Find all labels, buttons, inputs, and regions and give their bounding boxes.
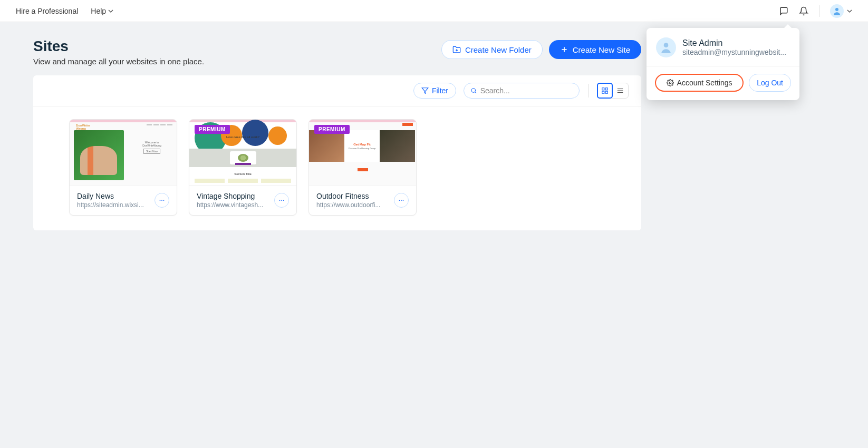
list-view-button[interactable] bbox=[612, 83, 628, 98]
svg-point-25 bbox=[403, 200, 404, 201]
more-icon bbox=[159, 197, 165, 203]
svg-rect-10 bbox=[602, 88, 604, 90]
folder-plus-icon bbox=[452, 45, 461, 54]
divider bbox=[588, 84, 589, 98]
svg-point-24 bbox=[401, 200, 402, 201]
page-title: Sites bbox=[33, 38, 204, 55]
premium-badge: PREMIUM bbox=[195, 125, 230, 134]
help-label: Help bbox=[91, 7, 106, 15]
view-toggle bbox=[597, 83, 629, 99]
divider bbox=[647, 66, 799, 66]
site-url: https://siteadmin.wixsi... bbox=[77, 201, 151, 209]
account-menu-button[interactable] bbox=[830, 4, 852, 18]
site-url: https://www.outdoorfi... bbox=[316, 201, 391, 209]
site-thumbnail: PREMIUM Get Map Fit Discover Our Running… bbox=[309, 120, 416, 186]
svg-point-22 bbox=[283, 200, 284, 201]
account-email: siteadmin@mystunningwebsit... bbox=[682, 48, 786, 56]
search-input-wrapper[interactable] bbox=[464, 83, 580, 99]
svg-point-19 bbox=[163, 200, 165, 201]
more-icon bbox=[278, 197, 285, 203]
account-name: Site Admin bbox=[682, 38, 786, 48]
search-input[interactable] bbox=[480, 86, 573, 95]
chevron-down-icon bbox=[847, 8, 852, 14]
site-thumbnail: DonWrite Wrong Welcome to DonWriteWrong … bbox=[70, 120, 177, 186]
site-actions-button[interactable] bbox=[394, 193, 409, 208]
grid-icon bbox=[601, 87, 609, 94]
chat-icon[interactable] bbox=[779, 6, 788, 16]
svg-point-8 bbox=[471, 89, 475, 92]
svg-point-1 bbox=[664, 43, 669, 47]
account-dropdown: Site Admin siteadmin@mystunningwebsit...… bbox=[647, 28, 799, 100]
svg-point-2 bbox=[669, 82, 671, 84]
plus-icon bbox=[560, 45, 568, 54]
filter-button[interactable]: Filter bbox=[413, 83, 456, 99]
site-title: Daily News bbox=[77, 192, 151, 200]
filter-icon bbox=[421, 87, 429, 94]
create-site-label: Create New Site bbox=[573, 45, 630, 54]
site-card[interactable]: PREMIUM Get Map Fit Discover Our Running… bbox=[308, 119, 417, 216]
grid-view-button[interactable] bbox=[597, 83, 613, 99]
logout-button[interactable]: Log Out bbox=[749, 74, 791, 92]
svg-point-0 bbox=[835, 8, 838, 11]
create-site-button[interactable]: Create New Site bbox=[549, 40, 641, 59]
account-settings-label: Account Settings bbox=[677, 79, 732, 87]
svg-point-23 bbox=[399, 200, 400, 201]
site-card[interactable]: PREMIUM How does this all work? Section … bbox=[189, 119, 297, 216]
svg-point-18 bbox=[161, 200, 162, 201]
site-url: https://www.vintagesh... bbox=[197, 201, 271, 209]
bell-icon[interactable] bbox=[799, 6, 808, 16]
list-icon bbox=[616, 87, 624, 94]
hire-professional-link[interactable]: Hire a Professional bbox=[16, 7, 78, 15]
help-menu[interactable]: Help bbox=[91, 7, 113, 15]
avatar-icon bbox=[656, 37, 676, 57]
topbar: Hire a Professional Help bbox=[0, 0, 868, 22]
svg-line-9 bbox=[475, 92, 476, 93]
gear-icon bbox=[667, 79, 674, 86]
chevron-down-icon bbox=[108, 8, 113, 14]
create-folder-label: Create New Folder bbox=[465, 45, 532, 54]
search-icon bbox=[470, 87, 477, 94]
avatar-icon bbox=[830, 4, 844, 18]
svg-rect-11 bbox=[605, 88, 607, 90]
svg-point-20 bbox=[279, 200, 281, 201]
site-actions-button[interactable] bbox=[274, 193, 289, 208]
svg-point-21 bbox=[281, 200, 282, 201]
filter-label: Filter bbox=[432, 86, 448, 95]
site-title: Vintage Shopping bbox=[197, 192, 271, 200]
svg-point-17 bbox=[160, 200, 161, 201]
site-card[interactable]: DonWrite Wrong Welcome to DonWriteWrong … bbox=[69, 119, 177, 216]
svg-marker-7 bbox=[422, 88, 428, 94]
create-folder-button[interactable]: Create New Folder bbox=[441, 40, 543, 59]
svg-rect-12 bbox=[605, 91, 607, 93]
site-title: Outdoor Fitness bbox=[316, 192, 391, 200]
account-settings-button[interactable]: Account Settings bbox=[655, 74, 744, 92]
more-icon bbox=[398, 197, 404, 203]
site-thumbnail: PREMIUM How does this all work? Section … bbox=[189, 120, 296, 186]
logout-label: Log Out bbox=[757, 79, 783, 87]
premium-badge: PREMIUM bbox=[314, 125, 350, 134]
svg-rect-13 bbox=[602, 91, 604, 93]
site-actions-button[interactable] bbox=[155, 193, 169, 208]
divider bbox=[819, 5, 819, 17]
page-subtitle: View and manage all your websites in one… bbox=[33, 57, 204, 66]
